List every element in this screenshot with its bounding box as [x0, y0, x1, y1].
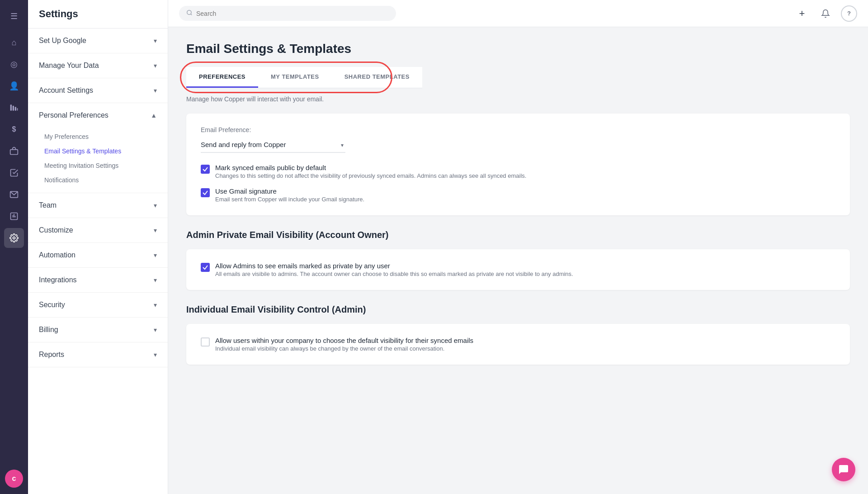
svg-rect-2 [15, 107, 16, 110]
nav-section-label-security: Security [39, 301, 65, 309]
location-icon[interactable]: ◎ [4, 54, 24, 74]
notifications-button[interactable] [817, 5, 834, 22]
nav-section-label-automation: Automation [39, 251, 75, 259]
nav-section-label-setup-google: Set Up Google [39, 37, 86, 45]
nav-section-label-integrations: Integrations [39, 276, 77, 284]
nav-section-chevron-account-settings: ▾ [154, 87, 157, 94]
nav-section-header-account-settings[interactable]: Account Settings ▾ [28, 78, 168, 103]
nav-section-chevron-billing: ▾ [154, 326, 157, 333]
allow-users-visibility-checkbox[interactable] [201, 337, 210, 347]
nav-section-personal-preferences: Personal Preferences ▲My PreferencesEmai… [28, 103, 168, 193]
nav-section-setup-google: Set Up Google ▾ [28, 28, 168, 53]
nav-section-label-reports: Reports [39, 351, 64, 359]
tab-my-templates[interactable]: MY TEMPLATES [258, 67, 332, 88]
search-input[interactable] [196, 10, 389, 17]
checkbox-item: Allow users within your company to choos… [201, 337, 835, 352]
task-icon[interactable] [4, 163, 24, 183]
nav-section-header-personal-preferences[interactable]: Personal Preferences ▲ [28, 103, 168, 128]
topbar: + ? [168, 0, 868, 27]
checkbox-desc-mark-synced-public: Changes to this setting do not affect th… [215, 172, 526, 179]
nav-section-label-account-settings: Account Settings [39, 86, 93, 95]
nav-section-account-settings: Account Settings ▾ [28, 78, 168, 103]
tab-shared-templates[interactable]: SHARED TEMPLATES [332, 67, 422, 88]
nav-sub-item-my-preferences[interactable]: My Preferences [28, 129, 168, 144]
chat-fab[interactable] [832, 458, 855, 481]
nav-section-header-automation[interactable]: Automation ▾ [28, 243, 168, 267]
nav-section-label-team: Team [39, 201, 57, 209]
nav-section-chevron-personal-preferences: ▲ [151, 112, 157, 119]
nav-section-chevron-team: ▾ [154, 202, 157, 209]
email-preference-select[interactable]: Send and reply from CopperSend and reply… [201, 137, 345, 153]
reports-icon[interactable] [4, 206, 24, 226]
checkbox-label-mark-synced-public: Mark synced emails public by default [215, 164, 526, 171]
hamburger-icon[interactable]: ☰ [4, 6, 24, 26]
briefcase-icon[interactable] [4, 141, 24, 161]
checkbox-item: Mark synced emails public by default Cha… [201, 164, 835, 179]
nav-section-billing: Billing ▾ [28, 318, 168, 342]
checkbox-mark-synced-public[interactable] [201, 165, 210, 174]
tabs: PREFERENCESMY TEMPLATESSHARED TEMPLATES [186, 67, 422, 88]
nav-sub-items-personal-preferences: My PreferencesEmail Settings & Templates… [28, 128, 168, 193]
nav-section-label-manage-data: Manage Your Data [39, 62, 99, 70]
nav-section-chevron-customize: ▾ [154, 227, 157, 234]
nav-sub-item-email-settings[interactable]: Email Settings & Templates [28, 144, 168, 158]
nav-section-chevron-automation: ▾ [154, 252, 157, 259]
nav-section-chevron-manage-data: ▾ [154, 62, 157, 69]
nav-section-automation: Automation ▾ [28, 243, 168, 268]
checkbox-use-gmail-signature[interactable] [201, 188, 210, 197]
search-bar[interactable] [179, 6, 396, 21]
checkbox-label-allow-admins-private: Allow Admins to see emails marked as pri… [215, 262, 573, 270]
nav-section-customize: Customize ▾ [28, 218, 168, 243]
nav-section-header-integrations[interactable]: Integrations ▾ [28, 268, 168, 292]
svg-line-12 [191, 14, 192, 15]
search-icon [186, 10, 193, 17]
allow-users-visibility-label: Allow users within your company to choos… [215, 337, 473, 344]
admin-section-title: Admin Private Email Visibility (Account … [186, 230, 850, 240]
nav-section-header-customize[interactable]: Customize ▾ [28, 218, 168, 242]
email-preference-select-wrapper: Send and reply from CopperSend and reply… [201, 137, 345, 153]
checkbox-desc-use-gmail-signature: Email sent from Copper will include your… [215, 196, 364, 203]
preferences-card: Email Preference: Send and reply from Co… [186, 114, 850, 215]
nav-section-header-manage-data[interactable]: Manage Your Data ▾ [28, 53, 168, 78]
icon-sidebar: ☰ ⌂ ◎ 👤 $ c [0, 0, 28, 494]
checkbox-allow-admins-private[interactable] [201, 263, 210, 272]
dollar-icon[interactable]: $ [4, 119, 24, 139]
home-icon[interactable]: ⌂ [4, 33, 24, 52]
main-content: + ? Email Settings & Templates PREFERENC… [168, 0, 868, 494]
nav-section-header-billing[interactable]: Billing ▾ [28, 318, 168, 342]
nav-section-chevron-reports: ▾ [154, 351, 157, 358]
brand-logo[interactable]: c [5, 470, 23, 488]
nav-section-chevron-integrations: ▾ [154, 276, 157, 284]
email-icon[interactable] [4, 185, 24, 204]
admin-card: Allow Admins to see emails marked as pri… [186, 249, 850, 290]
svg-rect-4 [10, 150, 18, 155]
nav-section-label-personal-preferences: Personal Preferences [39, 111, 108, 119]
nav-section-header-security[interactable]: Security ▾ [28, 293, 168, 317]
topbar-actions: + ? [794, 5, 857, 22]
nav-sub-item-meeting-invitation[interactable]: Meeting Invitation Settings [28, 158, 168, 173]
tabs-container: PREFERENCESMY TEMPLATESSHARED TEMPLATES [186, 67, 850, 88]
svg-point-11 [187, 10, 191, 14]
checkbox-item: Allow Admins to see emails marked as pri… [201, 262, 835, 277]
tab-preferences[interactable]: PREFERENCES [186, 67, 258, 88]
help-button[interactable]: ? [841, 5, 857, 22]
pipeline-icon[interactable] [4, 98, 24, 118]
nav-section-header-setup-google[interactable]: Set Up Google ▾ [28, 28, 168, 53]
nav-section-header-reports[interactable]: Reports ▾ [28, 342, 168, 367]
svg-point-10 [13, 237, 15, 239]
left-nav: Settings Set Up Google ▾Manage Your Data… [28, 0, 168, 494]
nav-section-label-customize: Customize [39, 226, 73, 234]
nav-section-header-team[interactable]: Team ▾ [28, 193, 168, 218]
nav-section-reports: Reports ▾ [28, 342, 168, 367]
add-button[interactable]: + [794, 5, 810, 22]
checkbox-item: Use Gmail signature Email sent from Copp… [201, 187, 835, 203]
page-title: Email Settings & Templates [186, 42, 850, 56]
checkbox-desc-allow-admins-private: All emails are visibile to admins. The a… [215, 271, 573, 277]
settings-nav-icon[interactable] [4, 228, 24, 248]
email-preference-label: Email Preference: [201, 126, 835, 133]
checkbox-label-use-gmail-signature: Use Gmail signature [215, 187, 364, 195]
nav-sub-item-notifications[interactable]: Notifications [28, 173, 168, 187]
settings-title: Settings [28, 0, 168, 28]
page-content: Email Settings & Templates PREFERENCESMY… [168, 27, 868, 394]
person-icon[interactable]: 👤 [4, 76, 24, 96]
